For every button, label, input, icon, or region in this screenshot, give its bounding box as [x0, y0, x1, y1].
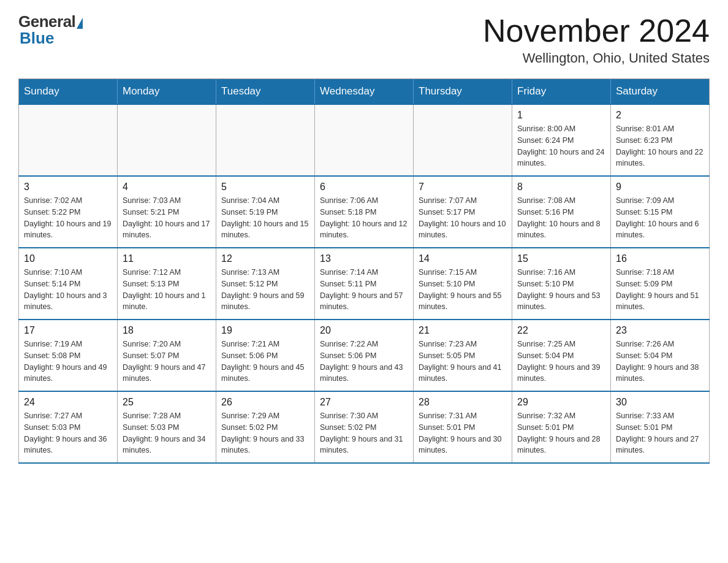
- calendar-cell: 22Sunrise: 7:25 AMSunset: 5:04 PMDayligh…: [512, 320, 611, 391]
- day-number: 9: [616, 182, 704, 193]
- calendar-cell: 23Sunrise: 7:26 AMSunset: 5:04 PMDayligh…: [611, 320, 710, 391]
- day-number: 27: [320, 397, 408, 408]
- weekday-header-wednesday: Wednesday: [315, 79, 414, 105]
- weekday-header-tuesday: Tuesday: [216, 79, 315, 105]
- day-number: 24: [24, 397, 112, 408]
- calendar-table: SundayMondayTuesdayWednesdayThursdayFrid…: [18, 79, 710, 464]
- day-number: 2: [616, 110, 704, 121]
- day-info: Sunrise: 7:07 AMSunset: 5:17 PMDaylight:…: [419, 195, 507, 241]
- day-info: Sunrise: 7:02 AMSunset: 5:22 PMDaylight:…: [24, 195, 112, 241]
- logo-triangle-icon: [77, 18, 83, 29]
- calendar-cell: 15Sunrise: 7:16 AMSunset: 5:10 PMDayligh…: [512, 248, 611, 320]
- page-header: General Blue November 2024 Wellington, O…: [18, 12, 710, 66]
- day-info: Sunrise: 7:18 AMSunset: 5:09 PMDaylight:…: [616, 267, 704, 313]
- day-number: 17: [24, 325, 112, 336]
- weekday-header-friday: Friday: [512, 79, 611, 105]
- calendar-cell: 6Sunrise: 7:06 AMSunset: 5:18 PMDaylight…: [315, 176, 414, 248]
- day-info: Sunrise: 7:21 AMSunset: 5:06 PMDaylight:…: [221, 339, 309, 385]
- day-info: Sunrise: 7:16 AMSunset: 5:10 PMDaylight:…: [517, 267, 605, 313]
- day-info: Sunrise: 7:30 AMSunset: 5:02 PMDaylight:…: [320, 410, 408, 456]
- calendar-cell: [19, 104, 118, 176]
- calendar-week-1: 1Sunrise: 8:00 AMSunset: 6:24 PMDaylight…: [19, 104, 710, 176]
- calendar-cell: 25Sunrise: 7:28 AMSunset: 5:03 PMDayligh…: [118, 391, 216, 463]
- day-info: Sunrise: 7:10 AMSunset: 5:14 PMDaylight:…: [24, 267, 112, 313]
- day-number: 10: [24, 253, 112, 264]
- calendar-week-3: 10Sunrise: 7:10 AMSunset: 5:14 PMDayligh…: [19, 248, 710, 320]
- calendar-cell: 20Sunrise: 7:22 AMSunset: 5:06 PMDayligh…: [315, 320, 414, 391]
- day-number: 19: [221, 325, 309, 336]
- calendar-cell: 1Sunrise: 8:00 AMSunset: 6:24 PMDaylight…: [512, 104, 611, 176]
- calendar-cell: 12Sunrise: 7:13 AMSunset: 5:12 PMDayligh…: [216, 248, 315, 320]
- day-number: 29: [517, 397, 605, 408]
- day-info: Sunrise: 7:08 AMSunset: 5:16 PMDaylight:…: [517, 195, 605, 241]
- calendar-cell: 30Sunrise: 7:33 AMSunset: 5:01 PMDayligh…: [611, 391, 710, 463]
- weekday-header-thursday: Thursday: [414, 79, 512, 105]
- day-info: Sunrise: 7:31 AMSunset: 5:01 PMDaylight:…: [419, 410, 507, 456]
- day-number: 6: [320, 182, 408, 193]
- day-number: 16: [616, 253, 704, 264]
- day-number: 8: [517, 182, 605, 193]
- day-number: 26: [221, 397, 309, 408]
- day-info: Sunrise: 7:13 AMSunset: 5:12 PMDaylight:…: [221, 267, 309, 313]
- day-number: 4: [123, 182, 211, 193]
- day-number: 3: [24, 182, 112, 193]
- calendar-cell: 24Sunrise: 7:27 AMSunset: 5:03 PMDayligh…: [19, 391, 118, 463]
- logo-blue-text: Blue: [20, 29, 54, 48]
- day-number: 5: [221, 182, 309, 193]
- calendar-cell: [118, 104, 216, 176]
- calendar-cell: 13Sunrise: 7:14 AMSunset: 5:11 PMDayligh…: [315, 248, 414, 320]
- day-number: 12: [221, 253, 309, 264]
- weekday-header-monday: Monday: [118, 79, 216, 105]
- day-number: 21: [419, 325, 507, 336]
- day-info: Sunrise: 8:01 AMSunset: 6:23 PMDaylight:…: [616, 123, 704, 169]
- day-number: 14: [419, 253, 507, 264]
- day-number: 30: [616, 397, 704, 408]
- day-info: Sunrise: 7:19 AMSunset: 5:08 PMDaylight:…: [24, 339, 112, 385]
- day-number: 15: [517, 253, 605, 264]
- day-info: Sunrise: 7:06 AMSunset: 5:18 PMDaylight:…: [320, 195, 408, 241]
- calendar-cell: [216, 104, 315, 176]
- calendar-cell: 2Sunrise: 8:01 AMSunset: 6:23 PMDaylight…: [611, 104, 710, 176]
- calendar-cell: 19Sunrise: 7:21 AMSunset: 5:06 PMDayligh…: [216, 320, 315, 391]
- day-info: Sunrise: 7:23 AMSunset: 5:05 PMDaylight:…: [419, 339, 507, 385]
- day-number: 7: [419, 182, 507, 193]
- day-info: Sunrise: 7:15 AMSunset: 5:10 PMDaylight:…: [419, 267, 507, 313]
- calendar-cell: 9Sunrise: 7:09 AMSunset: 5:15 PMDaylight…: [611, 176, 710, 248]
- logo: General Blue: [18, 12, 83, 48]
- calendar-week-2: 3Sunrise: 7:02 AMSunset: 5:22 PMDaylight…: [19, 176, 710, 248]
- day-number: 28: [419, 397, 507, 408]
- day-number: 22: [517, 325, 605, 336]
- calendar-cell: 11Sunrise: 7:12 AMSunset: 5:13 PMDayligh…: [118, 248, 216, 320]
- calendar-cell: 5Sunrise: 7:04 AMSunset: 5:19 PMDaylight…: [216, 176, 315, 248]
- day-info: Sunrise: 7:22 AMSunset: 5:06 PMDaylight:…: [320, 339, 408, 385]
- calendar-cell: 4Sunrise: 7:03 AMSunset: 5:21 PMDaylight…: [118, 176, 216, 248]
- calendar-cell: 7Sunrise: 7:07 AMSunset: 5:17 PMDaylight…: [414, 176, 512, 248]
- calendar-cell: 3Sunrise: 7:02 AMSunset: 5:22 PMDaylight…: [19, 176, 118, 248]
- day-number: 25: [123, 397, 211, 408]
- day-info: Sunrise: 7:09 AMSunset: 5:15 PMDaylight:…: [616, 195, 704, 241]
- month-title: November 2024: [483, 12, 710, 49]
- calendar-cell: 27Sunrise: 7:30 AMSunset: 5:02 PMDayligh…: [315, 391, 414, 463]
- calendar-cell: [315, 104, 414, 176]
- calendar-cell: 18Sunrise: 7:20 AMSunset: 5:07 PMDayligh…: [118, 320, 216, 391]
- day-info: Sunrise: 7:12 AMSunset: 5:13 PMDaylight:…: [123, 267, 211, 313]
- day-number: 18: [123, 325, 211, 336]
- calendar-cell: 8Sunrise: 7:08 AMSunset: 5:16 PMDaylight…: [512, 176, 611, 248]
- day-info: Sunrise: 7:26 AMSunset: 5:04 PMDaylight:…: [616, 339, 704, 385]
- day-number: 23: [616, 325, 704, 336]
- calendar-cell: 10Sunrise: 7:10 AMSunset: 5:14 PMDayligh…: [19, 248, 118, 320]
- day-info: Sunrise: 7:14 AMSunset: 5:11 PMDaylight:…: [320, 267, 408, 313]
- calendar-week-5: 24Sunrise: 7:27 AMSunset: 5:03 PMDayligh…: [19, 391, 710, 463]
- calendar-cell: 21Sunrise: 7:23 AMSunset: 5:05 PMDayligh…: [414, 320, 512, 391]
- day-info: Sunrise: 7:03 AMSunset: 5:21 PMDaylight:…: [123, 195, 211, 241]
- calendar-week-4: 17Sunrise: 7:19 AMSunset: 5:08 PMDayligh…: [19, 320, 710, 391]
- day-info: Sunrise: 7:33 AMSunset: 5:01 PMDaylight:…: [616, 410, 704, 456]
- calendar-cell: [414, 104, 512, 176]
- weekday-header-sunday: Sunday: [19, 79, 118, 105]
- calendar-cell: 29Sunrise: 7:32 AMSunset: 5:01 PMDayligh…: [512, 391, 611, 463]
- location-subtitle: Wellington, Ohio, United States: [483, 50, 710, 66]
- day-info: Sunrise: 7:20 AMSunset: 5:07 PMDaylight:…: [123, 339, 211, 385]
- day-number: 11: [123, 253, 211, 264]
- day-info: Sunrise: 7:28 AMSunset: 5:03 PMDaylight:…: [123, 410, 211, 456]
- day-info: Sunrise: 7:04 AMSunset: 5:19 PMDaylight:…: [221, 195, 309, 241]
